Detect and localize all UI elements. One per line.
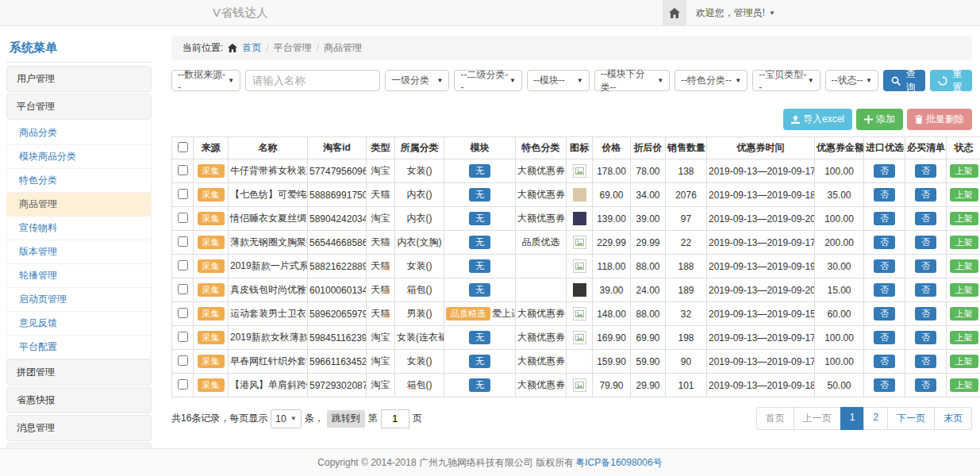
must-buy-toggle[interactable]: 否: [915, 212, 936, 225]
row-checkbox[interactable]: [178, 236, 188, 247]
row-checkbox[interactable]: [178, 213, 188, 223]
sidebar-item-模块商品分类[interactable]: 模块商品分类: [6, 145, 152, 169]
add-button[interactable]: 添加: [856, 109, 903, 130]
import-select-toggle[interactable]: 否: [874, 307, 895, 321]
filter-bar: --数据来源--▼一级分类▼--二级分类--▼--模块--▼--模块下分类--▼…: [171, 70, 972, 91]
sidebar-item-版本管理[interactable]: 版本管理: [6, 240, 152, 264]
sidebar-item-订单管理[interactable]: 订单管理: [6, 443, 152, 448]
import-select-toggle[interactable]: 否: [874, 212, 895, 225]
status-toggle[interactable]: 上架: [950, 164, 978, 178]
page-button-下一页[interactable]: 下一页: [887, 407, 935, 430]
module-badge: 无: [469, 236, 490, 249]
status-toggle[interactable]: 上架: [950, 331, 978, 344]
sidebar-item-意见反馈[interactable]: 意见反馈: [6, 312, 152, 336]
sidebar-item-商品分类[interactable]: 商品分类: [6, 121, 152, 145]
sidebar-item-特色分类[interactable]: 特色分类: [6, 169, 152, 193]
must-buy-toggle[interactable]: 否: [915, 355, 936, 368]
table-row: 采集2019新款一片式系...588216228899天猫女装()无118.00…: [172, 255, 980, 278]
sidebar-item-省惠快报[interactable]: 省惠快报: [6, 387, 152, 413]
status-toggle[interactable]: 上架: [950, 283, 978, 297]
page-button-末页[interactable]: 末页: [934, 407, 972, 430]
sidebar-item-商品管理[interactable]: 商品管理: [6, 193, 152, 217]
page-button-2[interactable]: 2: [863, 407, 888, 430]
import-select-toggle[interactable]: 否: [874, 259, 895, 273]
filter-select-数据来源[interactable]: --数据来源--▼: [171, 70, 240, 91]
must-buy-toggle[interactable]: 否: [915, 378, 936, 392]
source-badge: 采集: [198, 307, 225, 321]
sidebar-item-拼团管理[interactable]: 拼团管理: [6, 359, 152, 386]
user-menu[interactable]: 欢迎您，管理员! ▼: [696, 6, 775, 20]
product-name: 【七色纺】可爱纯棉家...: [229, 183, 308, 207]
select-all-checkbox[interactable]: [178, 142, 188, 152]
breadcrumb-item: 平台管理: [274, 41, 312, 55]
import-select-toggle[interactable]: 否: [874, 283, 895, 297]
icp-link[interactable]: 粤ICP备16098006号: [575, 456, 662, 470]
filter-select-模块[interactable]: --模块--▼: [527, 70, 590, 91]
import-select-toggle[interactable]: 否: [874, 331, 895, 344]
taoke-id: 588869917501: [308, 183, 367, 207]
status-toggle[interactable]: 上架: [950, 259, 978, 273]
row-checkbox[interactable]: [178, 284, 188, 294]
import-select-toggle[interactable]: 否: [874, 188, 895, 202]
sidebar-item-轮播管理[interactable]: 轮播管理: [6, 264, 152, 288]
status-toggle[interactable]: 上架: [950, 355, 978, 368]
query-button[interactable]: 查询: [883, 70, 925, 91]
must-buy-toggle[interactable]: 否: [915, 331, 936, 344]
row-checkbox[interactable]: [178, 379, 188, 390]
home-button[interactable]: [663, 0, 686, 25]
shop-type: 天猫: [367, 302, 395, 326]
filter-select-模块下分类[interactable]: --模块下分类--▼: [594, 70, 670, 91]
must-buy-toggle[interactable]: 否: [915, 283, 936, 297]
row-checkbox[interactable]: [178, 355, 188, 366]
name-search-input[interactable]: [245, 70, 380, 91]
page-button-1[interactable]: 1: [840, 407, 865, 430]
status-toggle[interactable]: 上架: [950, 307, 978, 321]
batch-delete-button[interactable]: 批量删除: [907, 109, 972, 130]
per-page-select[interactable]: 10 ▼: [271, 409, 301, 428]
filter-select-特色分类[interactable]: --特色分类--▼: [674, 70, 747, 91]
feature-category: 大额优惠券: [516, 159, 567, 183]
row-checkbox[interactable]: [178, 260, 188, 271]
sidebar-item-用户管理[interactable]: 用户管理: [6, 66, 152, 92]
filter-select-状态[interactable]: --状态--▼: [825, 70, 878, 91]
must-buy-toggle[interactable]: 否: [915, 236, 936, 249]
product-name: 运动套装男士卫衣初秋...: [229, 302, 308, 326]
product-image-icon: [573, 236, 586, 249]
must-buy-toggle[interactable]: 否: [915, 164, 936, 178]
sidebar-item-宣传物料[interactable]: 宣传物料: [6, 217, 152, 240]
sidebar-item-启动页管理[interactable]: 启动页管理: [6, 288, 152, 312]
import-select-toggle[interactable]: 否: [874, 378, 895, 392]
row-checkbox[interactable]: [178, 165, 188, 175]
import-excel-button[interactable]: 导入excel: [783, 109, 852, 130]
feature-category: 大额优惠券: [516, 207, 567, 231]
sidebar-item-消息管理[interactable]: 消息管理: [6, 415, 152, 441]
must-buy-toggle[interactable]: 否: [915, 307, 936, 321]
import-select-toggle[interactable]: 否: [874, 355, 895, 368]
reset-button[interactable]: 重置: [930, 70, 972, 91]
row-checkbox[interactable]: [178, 332, 188, 342]
must-buy-toggle[interactable]: 否: [915, 188, 936, 202]
filter-select-一级分类[interactable]: 一级分类▼: [385, 70, 449, 91]
status-toggle[interactable]: 上架: [950, 378, 978, 392]
jump-button[interactable]: 跳转到: [327, 410, 365, 428]
source-badge: 采集: [198, 236, 225, 249]
row-checkbox[interactable]: [178, 189, 188, 199]
table-row: 采集薄款无钢圈文胸聚拢性...565446685867天猫内衣(文胸)无品质优选…: [172, 231, 980, 255]
status-toggle[interactable]: 上架: [950, 236, 978, 249]
home-icon: [228, 44, 237, 52]
must-buy-toggle[interactable]: 否: [915, 259, 936, 273]
import-select-toggle[interactable]: 否: [874, 236, 895, 249]
breadcrumb-home-link[interactable]: 首页: [242, 41, 261, 55]
sidebar-item-平台管理[interactable]: 平台管理: [6, 94, 152, 120]
sidebar-item-平台配置[interactable]: 平台配置: [6, 336, 152, 359]
page-number-input[interactable]: [381, 409, 409, 428]
row-checkbox[interactable]: [178, 308, 188, 318]
status-toggle[interactable]: 上架: [950, 212, 978, 225]
status-toggle[interactable]: 上架: [950, 188, 978, 202]
filter-select-宝贝类型[interactable]: --宝贝类型--▼: [752, 70, 820, 91]
import-select-toggle[interactable]: 否: [874, 164, 895, 178]
shop-type: 淘宝: [367, 350, 395, 374]
module-cell: 无: [444, 183, 516, 207]
filter-select-二级分类[interactable]: --二级分类--▼: [454, 70, 521, 91]
feature-category: 大额优惠券: [516, 350, 567, 374]
